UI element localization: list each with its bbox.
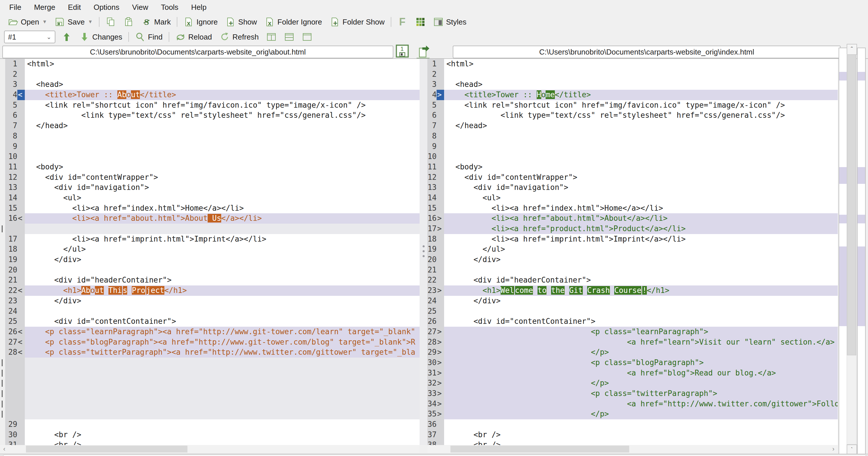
code-line[interactable]: 30 <br /> [0,430,420,440]
menu-help[interactable]: Help [185,0,213,15]
code-line[interactable]: 1<html> [0,59,420,69]
code-line[interactable]: 13 <div id="navigation"> [0,182,420,193]
find-button[interactable]: Find [131,30,166,44]
menu-merge[interactable]: Merge [28,0,62,15]
code-line[interactable]: 12 <div id="contentWrapper"> [427,172,838,183]
right-hscroll-thumb[interactable] [451,446,629,453]
open-button[interactable]: Open▼ [4,15,51,29]
code-line[interactable]: 2 [0,69,420,80]
filler-row[interactable] [0,378,420,389]
code-line[interactable]: 18 </ul> [0,244,420,255]
filler-row[interactable] [0,399,420,409]
menu-tools[interactable]: Tools [155,0,185,15]
code-line[interactable]: 22< <h1>About This Project</h1> [0,285,420,296]
filler-row[interactable] [0,409,420,419]
code-line[interactable]: 38 <br /> [427,440,838,445]
code-line[interactable]: 2 [427,69,838,80]
code-line[interactable]: 27> <p class="learnParagraph"> [427,327,838,337]
vertical-scrollbar-thumb[interactable] [847,55,856,355]
code-line[interactable]: 24 [0,306,420,317]
code-line[interactable]: 17> <li><a href="product.html">Product</… [427,224,838,234]
code-line[interactable]: 8 [0,131,420,141]
paste-button[interactable] [120,15,137,29]
copy-button[interactable] [102,15,120,29]
pane-vsplit-button[interactable] [262,30,280,44]
code-line[interactable]: 31 <br /> [0,440,420,445]
code-line[interactable]: 28> <a href="learn">Visit our "learn" se… [427,337,838,347]
left-hscroll-thumb[interactable] [26,446,187,453]
code-line[interactable]: 29> </p> [427,347,838,358]
changes-button[interactable]: Changes [75,30,126,44]
code-line[interactable]: 20 </div> [427,255,838,265]
menu-view[interactable]: View [126,0,155,15]
refresh-button[interactable]: Refresh [216,30,262,44]
code-line[interactable]: 5 <link rel="shortcut icon" href="img/fa… [427,100,838,111]
code-line[interactable]: 21 [427,265,838,275]
code-line[interactable]: 24 </div> [427,296,838,306]
code-line[interactable]: 3 <head> [427,79,838,90]
pane-splitter[interactable] [420,59,427,445]
menu-edit[interactable]: Edit [62,0,87,15]
menu-file[interactable]: File [3,0,28,15]
scroll-up-button[interactable]: ˆ [847,44,857,55]
code-line[interactable]: 21 <div id="headerContainer"> [0,275,420,285]
code-line[interactable]: 37 <br /> [427,430,838,440]
arrow-up-button[interactable] [58,30,75,44]
pane-hsplit-button[interactable] [280,30,298,44]
code-line[interactable]: 7 </head> [427,121,838,131]
pane-single-button[interactable] [298,30,316,44]
code-line[interactable]: 14 <ul> [427,193,838,203]
code-line[interactable]: 35> </p> [427,409,838,419]
code-line[interactable]: 14 <ul> [0,193,420,203]
right-diff-overview-strip[interactable] [857,48,866,454]
code-line[interactable]: 12 <div id="contentWrapper"> [0,172,420,183]
code-line[interactable]: 11 <body> [427,162,838,172]
folder-ignore-button[interactable]: xFolder Ignore [261,15,326,29]
code-line[interactable]: 28< <p class="twitterParagraph"><a href=… [0,347,420,358]
code-line[interactable]: 23> <h1>Welcome to the Git Crash Course!… [427,285,838,296]
code-line[interactable]: 9 [0,141,420,152]
font-button[interactable]: F [394,15,411,29]
styles-button[interactable]: Styles [429,15,470,29]
color-grid-button[interactable] [411,15,429,29]
show-button[interactable]: +Show [221,15,261,29]
code-line[interactable]: 19 </ul> [427,244,838,255]
code-line[interactable]: 23 </div> [0,296,420,306]
code-line[interactable]: 16< <li><a href="about.html">About Us</a… [0,213,420,224]
scroll-right-icon[interactable]: › [829,445,838,453]
code-line[interactable]: 5 <link rel="shortcut icon" href="img/fa… [0,100,420,111]
code-line[interactable]: 25 [427,306,838,317]
code-line[interactable]: 1<html> [427,59,838,69]
code-line[interactable]: 7 </head> [0,121,420,131]
right-code-pane[interactable]: 1<html>23 <head>4> <title>Tower :: Home<… [427,59,838,445]
save-button[interactable]: Save▼ [51,15,96,29]
code-line[interactable]: 4> <title>Tower :: Home</title> [427,90,838,100]
code-line[interactable]: 29 [0,419,420,430]
code-line[interactable]: 26< <p class="learnParagraph"><a href="h… [0,327,420,337]
code-line[interactable]: 13 <div id="navigation"> [427,182,838,193]
code-line[interactable]: 15 <li><a href="index.html">Home</a></li… [0,203,420,213]
ignore-button[interactable]: xIgnore [180,15,221,29]
code-line[interactable]: 10 [427,151,838,162]
code-line[interactable]: 15 <li><a href="index.html">Home</a></li… [427,203,838,213]
code-line[interactable]: 8 [427,131,838,141]
code-line[interactable]: 32> </p> [427,378,838,389]
code-line[interactable]: 25 <div id="contentContainer"> [0,316,420,327]
code-line[interactable]: 31> <a href="blog">Read our blog.</a> [427,368,838,378]
left-horizontal-scrollbar[interactable]: ‹ [0,445,420,453]
code-line[interactable]: 19 </div> [0,255,420,265]
code-line[interactable]: 34> <a href="http://www.twitter.com/gitt… [427,399,838,409]
filler-row[interactable] [0,389,420,399]
code-line[interactable]: 10 [0,151,420,162]
code-line[interactable]: 3 <head> [0,79,420,90]
code-line[interactable]: 16> <li><a href="about.html">About</a></… [427,213,838,224]
code-line[interactable]: 4< <title>Tower :: About</title> [0,90,420,100]
code-line[interactable]: 26 <div id="contentContainer"> [427,316,838,327]
code-line[interactable]: 36 [427,419,838,430]
left-code-pane[interactable]: 1<html>23 <head>4< <title>Tower :: About… [0,59,420,445]
code-line[interactable]: 9 [427,141,838,152]
code-line[interactable]: 6 <link type="text/css" rel="stylesheet"… [427,110,838,121]
filler-row[interactable] [0,358,420,368]
code-line[interactable]: 17 <li><a href="imprint.html">Imprint</a… [0,234,420,245]
left-diff-overview-strip[interactable] [839,48,847,454]
